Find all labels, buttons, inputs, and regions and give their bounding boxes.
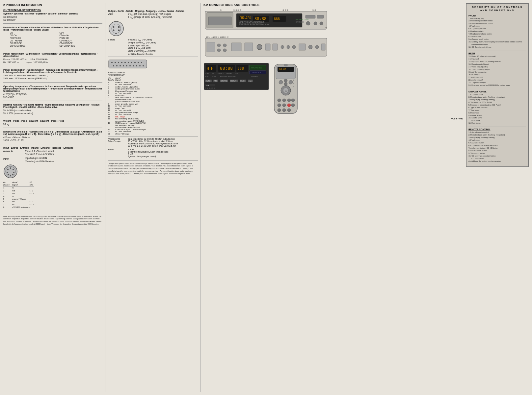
operating-values: 41°F(5°C) to 95°F(35°C) 5°C à 35°C — [3, 93, 102, 99]
list-item: 8. Volume down button — [468, 150, 526, 152]
list-item: 7. Time mode — [468, 109, 526, 112]
svideo-connector-diagram — [108, 20, 198, 37]
svg-point-71 — [257, 44, 262, 50]
svg-text:GRAPHICS: GRAPHICS — [252, 71, 261, 73]
power-title: Power requirement • Alimentation • Alime… — [3, 53, 102, 57]
svg-point-34 — [133, 65, 134, 66]
consumption-values: 35 W with. 22 W without extension (22ER9… — [3, 74, 102, 80]
av-label: AV/Euroconnector — [108, 71, 125, 74]
svg-text:INTERACTIVE: INTERACTIVE — [251, 67, 262, 69]
footer-note-right: Designs and specifications are subject t… — [108, 160, 198, 175]
list-item: 24. Extension socket for 22ER9141 for mo… — [468, 84, 526, 87]
power-block: Power requirement • Alimentation • Alime… — [3, 53, 102, 66]
list-item: 13. Mains AC (alternating current) — [468, 55, 526, 58]
list-item: 7. Audio mute button / CD-I/DI button — [468, 147, 526, 150]
svg-text:①: ① — [220, 9, 222, 11]
remote-control-view: 88:88 ∧∨ — [273, 62, 299, 115]
humidity-block: Relative humidity • Humidité relative • … — [3, 104, 102, 117]
svg-text:② ③ ④ ⑤: ② ③ ④ ⑤ — [233, 9, 241, 11]
svg-text:PLAY: PLAY — [205, 76, 208, 78]
rear-section-label: REAR — [468, 52, 526, 55]
svg-point-21 — [121, 62, 122, 63]
svg-text:GRAPHICS: GRAPHICS — [296, 21, 305, 23]
device-front-illustration: PHILIPS 88:88 888 PLAY PAUSE SHUFFLE REP… — [203, 9, 463, 34]
rear-section: REAR 13. Mains AC (alternating current) … — [468, 52, 526, 87]
svg-point-28 — [113, 65, 114, 66]
svg-point-20 — [118, 62, 119, 63]
consumption-title: Power consumption • Consommation • Consu… — [3, 69, 102, 73]
list-item: 19. A/V Euroconnector — [468, 71, 526, 74]
svg-point-36 — [139, 65, 141, 66]
svg-text:MUTE: MUTE — [206, 80, 210, 82]
list-item: 3. Disc playing (flashing: loading) — [468, 99, 526, 101]
svideo-label: S-video — [108, 38, 124, 55]
main-content: 2 PRODUCT INFORMATION 2.1 TECHNICAL SPEC… — [3, 3, 529, 392]
weight-value: 5.2 kg — [3, 123, 102, 126]
svg-point-54 — [314, 22, 317, 25]
svg-text:SCAN: SCAN — [235, 73, 238, 75]
svg-rect-70 — [245, 43, 253, 51]
list-item: 17. Video output (CVBS) — [468, 66, 526, 68]
list-item: 9. AC power on/off button — [468, 38, 526, 41]
list-item: 1. CD panel active — [468, 93, 526, 96]
svg-point-138 — [282, 109, 286, 112]
rear-items-list: 13. Mains AC (alternating current) 14. I… — [468, 55, 526, 87]
audio-values: 2 Vrms 2 channel individual RCA pin cinc… — [128, 148, 169, 158]
svg-text:PHILIPS: PHILIPS — [240, 16, 251, 19]
device-rear-illustration: 13 14 15 16 17 18 19 20 21 22 — [203, 36, 463, 61]
svg-point-135 — [287, 104, 291, 107]
section22-heading: 2.2 CONNECTIONS AND CONTROLS — [203, 3, 463, 7]
discs-title: Usable discs • Disques utilisables • Dis… — [3, 26, 102, 31]
display-section: DISPLAY PANEL 1. CD panel active 2. Remo… — [468, 90, 526, 125]
list-item: 2. Disc loading/ejection button — [468, 20, 526, 22]
display-items-list: 1. CD panel active 2. Remote status acti… — [468, 93, 526, 125]
list-item: 22. Audio output R — [468, 79, 526, 82]
left-column: 2 PRODUCT INFORMATION 2.1 TECHNICAL SPEC… — [3, 3, 105, 392]
din-connector-svg — [3, 164, 18, 179]
video-label: video — [108, 13, 124, 19]
weight-title: Weight • Poids • Peso • Gewicht • Gewich… — [3, 120, 102, 122]
output-title: Output • Sortie • Salida • Uitgang • Aus… — [108, 10, 198, 12]
svg-text:INTERACTIVE: INTERACTIVE — [296, 18, 309, 20]
svg-point-124 — [284, 79, 287, 82]
svg-point-30 — [120, 65, 121, 66]
humidity-title: Relative humidity • Humidité relative • … — [3, 104, 102, 108]
page-container: 2 PRODUCT INFORMATION 2.1 TECHNICAL SPEC… — [0, 0, 532, 395]
svg-point-134 — [282, 104, 286, 107]
svideo-values: y-output 1 Vpp (75 Ohms) c output 300 mV… — [128, 38, 156, 55]
device-column: 2.2 CONNECTIONS AND CONTROLS PHILIPS 88:… — [201, 3, 465, 392]
svg-point-79 — [315, 45, 319, 49]
svg-point-4 — [13, 169, 14, 170]
remote-section-label: REMOTE CONTROL — [468, 128, 526, 131]
humidity-values: 5% to 95% (no condensation) 5% à 95% (sa… — [3, 109, 102, 115]
svg-point-78 — [308, 45, 312, 49]
svg-point-15 — [118, 29, 120, 31]
svg-text:MUTE: MUTE — [205, 73, 209, 75]
svg-rect-77 — [299, 44, 306, 50]
svg-text:88:88: 88:88 — [220, 66, 233, 71]
disc-table: CD-ICD-I CD-DACD-Audio PHOTO-CDPhoto CD … — [10, 32, 102, 47]
svg-text:SHUFFLE: SHUFFLE — [218, 73, 224, 75]
device-front-svg: PHILIPS 88:88 888 PLAY PAUSE SHUFFLE REP… — [203, 9, 329, 33]
svg-point-14 — [113, 29, 115, 31]
list-item: 16. Remote control in/out — [468, 63, 526, 66]
svg-point-123 — [289, 80, 293, 84]
svg-rect-17 — [109, 60, 147, 68]
svg-text:REPEAT: REPEAT — [226, 73, 232, 75]
svg-point-5 — [7, 172, 8, 173]
consumption-block: Power consumption • Consommation • Consu… — [3, 69, 102, 82]
svg-point-131 — [287, 99, 291, 102]
list-item: 7. Headphone volume control — [468, 33, 526, 36]
list-item: 5. CD printing devices — [468, 28, 526, 30]
svg-point-29 — [116, 65, 118, 66]
list-item: 4. Play button — [468, 139, 526, 142]
svg-rect-51 — [306, 15, 315, 18]
svg-text:∧∨: ∧∨ — [285, 90, 287, 92]
svg-rect-16 — [115, 33, 117, 34]
list-item: 6. Headphone jack — [468, 30, 526, 33]
svg-point-23 — [128, 62, 129, 63]
svg-text:②: ② — [293, 83, 294, 84]
svg-text:H H: H H — [207, 66, 213, 71]
front-section-label: FRONT — [468, 14, 526, 17]
av-connector: AV/Euroconnector Péritélévision A/V — [108, 58, 198, 76]
